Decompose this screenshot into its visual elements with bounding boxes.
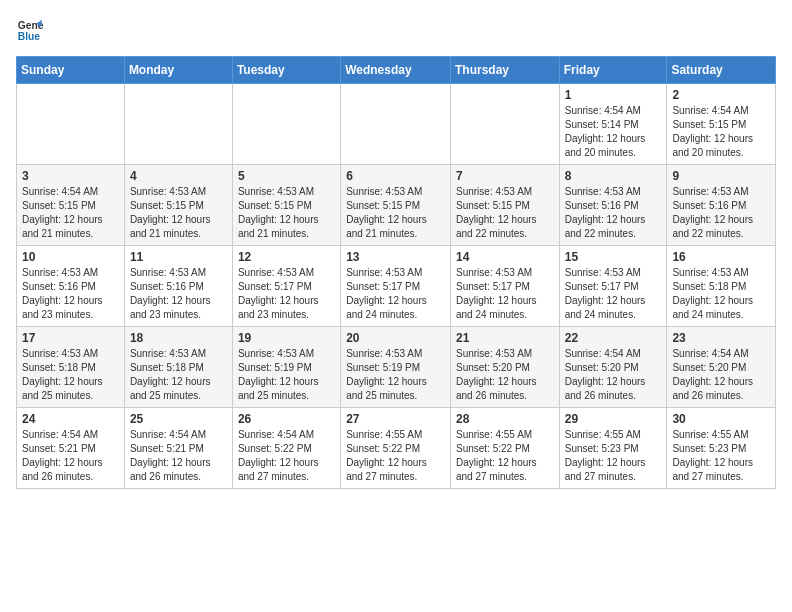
day-info: Sunrise: 4:54 AM Sunset: 5:20 PM Dayligh… xyxy=(672,347,770,403)
calendar-header-monday: Monday xyxy=(124,57,232,84)
day-info: Sunrise: 4:53 AM Sunset: 5:19 PM Dayligh… xyxy=(238,347,335,403)
day-info: Sunrise: 4:53 AM Sunset: 5:19 PM Dayligh… xyxy=(346,347,445,403)
day-number: 20 xyxy=(346,331,445,345)
calendar-cell: 16Sunrise: 4:53 AM Sunset: 5:18 PM Dayli… xyxy=(667,246,776,327)
day-number: 11 xyxy=(130,250,227,264)
day-number: 5 xyxy=(238,169,335,183)
calendar-cell: 11Sunrise: 4:53 AM Sunset: 5:16 PM Dayli… xyxy=(124,246,232,327)
day-info: Sunrise: 4:54 AM Sunset: 5:21 PM Dayligh… xyxy=(22,428,119,484)
calendar-cell: 8Sunrise: 4:53 AM Sunset: 5:16 PM Daylig… xyxy=(559,165,667,246)
calendar-week-5: 24Sunrise: 4:54 AM Sunset: 5:21 PM Dayli… xyxy=(17,408,776,489)
calendar-cell: 26Sunrise: 4:54 AM Sunset: 5:22 PM Dayli… xyxy=(232,408,340,489)
calendar-cell: 15Sunrise: 4:53 AM Sunset: 5:17 PM Dayli… xyxy=(559,246,667,327)
calendar-week-3: 10Sunrise: 4:53 AM Sunset: 5:16 PM Dayli… xyxy=(17,246,776,327)
calendar-week-1: 1Sunrise: 4:54 AM Sunset: 5:14 PM Daylig… xyxy=(17,84,776,165)
calendar-cell: 28Sunrise: 4:55 AM Sunset: 5:22 PM Dayli… xyxy=(450,408,559,489)
calendar-cell: 3Sunrise: 4:54 AM Sunset: 5:15 PM Daylig… xyxy=(17,165,125,246)
day-info: Sunrise: 4:53 AM Sunset: 5:16 PM Dayligh… xyxy=(130,266,227,322)
calendar-cell: 23Sunrise: 4:54 AM Sunset: 5:20 PM Dayli… xyxy=(667,327,776,408)
day-number: 23 xyxy=(672,331,770,345)
logo-icon: General Blue xyxy=(16,16,44,44)
page-header: General Blue xyxy=(16,16,776,44)
day-number: 3 xyxy=(22,169,119,183)
calendar-cell: 27Sunrise: 4:55 AM Sunset: 5:22 PM Dayli… xyxy=(341,408,451,489)
calendar-header-friday: Friday xyxy=(559,57,667,84)
day-info: Sunrise: 4:54 AM Sunset: 5:15 PM Dayligh… xyxy=(22,185,119,241)
calendar-cell: 13Sunrise: 4:53 AM Sunset: 5:17 PM Dayli… xyxy=(341,246,451,327)
calendar-cell: 1Sunrise: 4:54 AM Sunset: 5:14 PM Daylig… xyxy=(559,84,667,165)
calendar-cell xyxy=(232,84,340,165)
day-number: 7 xyxy=(456,169,554,183)
day-number: 6 xyxy=(346,169,445,183)
day-number: 22 xyxy=(565,331,662,345)
calendar-header-saturday: Saturday xyxy=(667,57,776,84)
day-info: Sunrise: 4:53 AM Sunset: 5:17 PM Dayligh… xyxy=(238,266,335,322)
calendar-cell: 20Sunrise: 4:53 AM Sunset: 5:19 PM Dayli… xyxy=(341,327,451,408)
day-number: 8 xyxy=(565,169,662,183)
calendar-cell: 7Sunrise: 4:53 AM Sunset: 5:15 PM Daylig… xyxy=(450,165,559,246)
calendar-header-sunday: Sunday xyxy=(17,57,125,84)
day-number: 26 xyxy=(238,412,335,426)
day-info: Sunrise: 4:53 AM Sunset: 5:17 PM Dayligh… xyxy=(346,266,445,322)
day-number: 2 xyxy=(672,88,770,102)
calendar-cell: 10Sunrise: 4:53 AM Sunset: 5:16 PM Dayli… xyxy=(17,246,125,327)
svg-text:Blue: Blue xyxy=(18,31,41,42)
calendar-cell: 18Sunrise: 4:53 AM Sunset: 5:18 PM Dayli… xyxy=(124,327,232,408)
calendar-cell: 29Sunrise: 4:55 AM Sunset: 5:23 PM Dayli… xyxy=(559,408,667,489)
day-info: Sunrise: 4:55 AM Sunset: 5:22 PM Dayligh… xyxy=(456,428,554,484)
day-info: Sunrise: 4:53 AM Sunset: 5:16 PM Dayligh… xyxy=(672,185,770,241)
day-info: Sunrise: 4:53 AM Sunset: 5:18 PM Dayligh… xyxy=(672,266,770,322)
calendar-header-thursday: Thursday xyxy=(450,57,559,84)
calendar-week-2: 3Sunrise: 4:54 AM Sunset: 5:15 PM Daylig… xyxy=(17,165,776,246)
calendar-cell: 6Sunrise: 4:53 AM Sunset: 5:15 PM Daylig… xyxy=(341,165,451,246)
day-number: 4 xyxy=(130,169,227,183)
calendar-cell: 14Sunrise: 4:53 AM Sunset: 5:17 PM Dayli… xyxy=(450,246,559,327)
calendar-cell xyxy=(341,84,451,165)
calendar-cell xyxy=(17,84,125,165)
calendar-cell: 25Sunrise: 4:54 AM Sunset: 5:21 PM Dayli… xyxy=(124,408,232,489)
calendar-cell: 21Sunrise: 4:53 AM Sunset: 5:20 PM Dayli… xyxy=(450,327,559,408)
calendar-cell: 30Sunrise: 4:55 AM Sunset: 5:23 PM Dayli… xyxy=(667,408,776,489)
calendar-cell xyxy=(450,84,559,165)
day-info: Sunrise: 4:55 AM Sunset: 5:23 PM Dayligh… xyxy=(672,428,770,484)
day-info: Sunrise: 4:54 AM Sunset: 5:20 PM Dayligh… xyxy=(565,347,662,403)
calendar-cell: 12Sunrise: 4:53 AM Sunset: 5:17 PM Dayli… xyxy=(232,246,340,327)
day-number: 21 xyxy=(456,331,554,345)
day-info: Sunrise: 4:55 AM Sunset: 5:22 PM Dayligh… xyxy=(346,428,445,484)
calendar-cell: 4Sunrise: 4:53 AM Sunset: 5:15 PM Daylig… xyxy=(124,165,232,246)
logo: General Blue xyxy=(16,16,44,44)
calendar-cell: 22Sunrise: 4:54 AM Sunset: 5:20 PM Dayli… xyxy=(559,327,667,408)
day-info: Sunrise: 4:53 AM Sunset: 5:15 PM Dayligh… xyxy=(346,185,445,241)
day-info: Sunrise: 4:53 AM Sunset: 5:18 PM Dayligh… xyxy=(22,347,119,403)
day-number: 29 xyxy=(565,412,662,426)
day-number: 15 xyxy=(565,250,662,264)
day-number: 14 xyxy=(456,250,554,264)
calendar-header-wednesday: Wednesday xyxy=(341,57,451,84)
day-number: 13 xyxy=(346,250,445,264)
day-info: Sunrise: 4:53 AM Sunset: 5:15 PM Dayligh… xyxy=(238,185,335,241)
day-info: Sunrise: 4:55 AM Sunset: 5:23 PM Dayligh… xyxy=(565,428,662,484)
day-info: Sunrise: 4:54 AM Sunset: 5:22 PM Dayligh… xyxy=(238,428,335,484)
calendar-cell: 2Sunrise: 4:54 AM Sunset: 5:15 PM Daylig… xyxy=(667,84,776,165)
day-number: 18 xyxy=(130,331,227,345)
day-number: 28 xyxy=(456,412,554,426)
day-number: 16 xyxy=(672,250,770,264)
day-number: 9 xyxy=(672,169,770,183)
day-info: Sunrise: 4:54 AM Sunset: 5:15 PM Dayligh… xyxy=(672,104,770,160)
day-number: 24 xyxy=(22,412,119,426)
day-info: Sunrise: 4:54 AM Sunset: 5:14 PM Dayligh… xyxy=(565,104,662,160)
calendar-week-4: 17Sunrise: 4:53 AM Sunset: 5:18 PM Dayli… xyxy=(17,327,776,408)
calendar-cell: 24Sunrise: 4:54 AM Sunset: 5:21 PM Dayli… xyxy=(17,408,125,489)
calendar-cell: 19Sunrise: 4:53 AM Sunset: 5:19 PM Dayli… xyxy=(232,327,340,408)
calendar-cell xyxy=(124,84,232,165)
calendar-cell: 5Sunrise: 4:53 AM Sunset: 5:15 PM Daylig… xyxy=(232,165,340,246)
day-number: 12 xyxy=(238,250,335,264)
calendar-table: SundayMondayTuesdayWednesdayThursdayFrid… xyxy=(16,56,776,489)
calendar-cell: 9Sunrise: 4:53 AM Sunset: 5:16 PM Daylig… xyxy=(667,165,776,246)
day-info: Sunrise: 4:53 AM Sunset: 5:15 PM Dayligh… xyxy=(130,185,227,241)
day-number: 1 xyxy=(565,88,662,102)
calendar-header-tuesday: Tuesday xyxy=(232,57,340,84)
day-number: 19 xyxy=(238,331,335,345)
calendar-cell: 17Sunrise: 4:53 AM Sunset: 5:18 PM Dayli… xyxy=(17,327,125,408)
day-info: Sunrise: 4:54 AM Sunset: 5:21 PM Dayligh… xyxy=(130,428,227,484)
